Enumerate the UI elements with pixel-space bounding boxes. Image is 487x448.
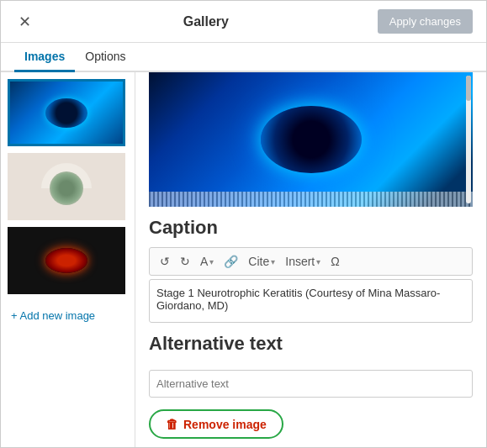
- cite-chevron: ▾: [271, 257, 275, 266]
- tab-images[interactable]: Images: [14, 43, 75, 72]
- redo-button[interactable]: ↻: [177, 253, 193, 270]
- trash-icon: 🗑: [166, 417, 178, 431]
- alt-text-input[interactable]: [149, 370, 473, 398]
- apply-changes-button[interactable]: Apply changes: [378, 9, 473, 34]
- image-sidebar: + Add new image: [1, 72, 135, 447]
- font-color-button[interactable]: A ▾: [197, 253, 217, 270]
- thumbnail-2[interactable]: [8, 153, 125, 220]
- modal-header: ✕ Gallery Apply changes: [1, 1, 486, 43]
- font-color-label: A: [200, 255, 208, 268]
- caption-text-area[interactable]: Stage 1 Neurotrophic Keratitis (Courtesy…: [149, 279, 473, 323]
- caption-section-title: Caption: [149, 217, 473, 239]
- cite-button[interactable]: Cite ▾: [245, 253, 278, 270]
- insert-button[interactable]: Insert ▾: [282, 253, 324, 270]
- add-new-image-button[interactable]: + Add new image: [8, 304, 128, 327]
- modal-body: + Add new image Caption ↺ ↻ A ▾ 🔗: [1, 72, 486, 447]
- thumbnail-1[interactable]: [8, 79, 125, 146]
- insert-chevron: ▾: [316, 257, 320, 266]
- tab-bar: Images Options: [1, 43, 486, 72]
- close-button[interactable]: ✕: [14, 12, 34, 32]
- undo-button[interactable]: ↺: [156, 253, 173, 270]
- tab-options[interactable]: Options: [75, 43, 135, 72]
- link-button[interactable]: 🔗: [220, 253, 241, 270]
- modal-title: Gallery: [34, 14, 378, 29]
- scrollbar-track: [466, 76, 471, 203]
- remove-btn-container: 🗑 Remove image: [149, 409, 473, 439]
- insert-label: Insert: [285, 255, 315, 268]
- thumbnail-3[interactable]: [8, 227, 125, 294]
- scrollbar-thumb: [466, 76, 471, 101]
- main-content-area: Caption ↺ ↻ A ▾ 🔗 Cite ▾ Insert ▾ Ω: [135, 72, 486, 447]
- caption-toolbar: ↺ ↻ A ▾ 🔗 Cite ▾ Insert ▾ Ω: [149, 247, 473, 276]
- alt-text-section-title: Alternative text: [149, 333, 473, 355]
- image-preview: [149, 72, 473, 207]
- remove-image-label: Remove image: [183, 418, 267, 431]
- gallery-modal: ✕ Gallery Apply changes Images Options +…: [0, 0, 487, 448]
- image-preview-wrapper: [149, 72, 473, 207]
- font-color-chevron: ▾: [209, 257, 214, 266]
- cite-label: Cite: [248, 255, 269, 268]
- omega-button[interactable]: Ω: [327, 253, 342, 270]
- remove-image-button[interactable]: 🗑 Remove image: [149, 409, 283, 439]
